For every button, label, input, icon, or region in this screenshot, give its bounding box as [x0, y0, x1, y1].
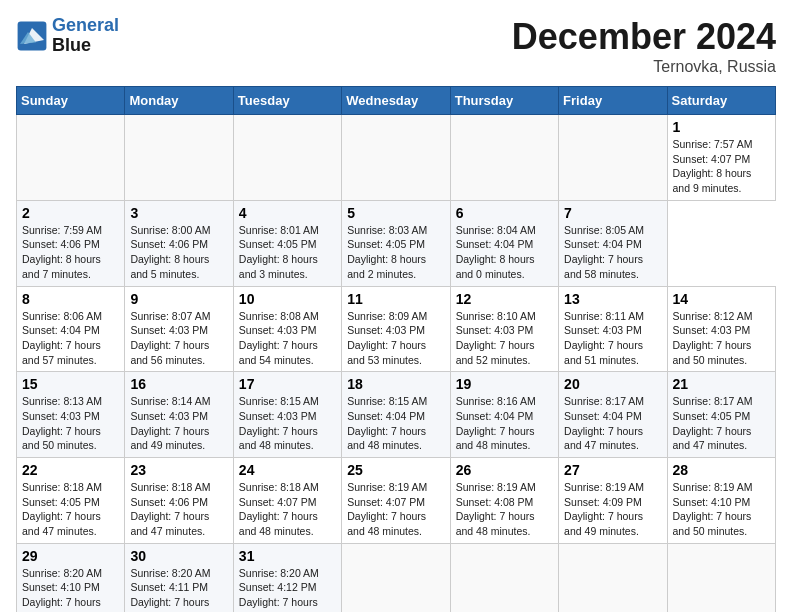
table-row — [450, 543, 558, 612]
day-number: 30 — [130, 548, 227, 564]
day-info: Sunrise: 8:20 AM Sunset: 4:10 PM Dayligh… — [22, 566, 119, 612]
table-row: 16 Sunrise: 8:14 AM Sunset: 4:03 PM Dayl… — [125, 372, 233, 458]
day-info: Sunrise: 8:14 AM Sunset: 4:03 PM Dayligh… — [130, 394, 227, 453]
day-number: 16 — [130, 376, 227, 392]
table-row: 22 Sunrise: 8:18 AM Sunset: 4:05 PM Dayl… — [17, 458, 125, 544]
day-number: 13 — [564, 291, 661, 307]
table-row: 29 Sunrise: 8:20 AM Sunset: 4:10 PM Dayl… — [17, 543, 125, 612]
table-row: 11 Sunrise: 8:09 AM Sunset: 4:03 PM Dayl… — [342, 286, 450, 372]
table-row: 20 Sunrise: 8:17 AM Sunset: 4:04 PM Dayl… — [559, 372, 667, 458]
table-row: 13 Sunrise: 8:11 AM Sunset: 4:03 PM Dayl… — [559, 286, 667, 372]
table-row — [17, 115, 125, 201]
day-number: 17 — [239, 376, 336, 392]
table-row — [125, 115, 233, 201]
calendar-week-2: 8 Sunrise: 8:06 AM Sunset: 4:04 PM Dayli… — [17, 286, 776, 372]
day-number: 19 — [456, 376, 553, 392]
table-row: 27 Sunrise: 8:19 AM Sunset: 4:09 PM Dayl… — [559, 458, 667, 544]
day-info: Sunrise: 8:00 AM Sunset: 4:06 PM Dayligh… — [130, 223, 227, 282]
day-number: 28 — [673, 462, 770, 478]
table-row: 2 Sunrise: 7:59 AM Sunset: 4:06 PM Dayli… — [17, 200, 125, 286]
table-row: 25 Sunrise: 8:19 AM Sunset: 4:07 PM Dayl… — [342, 458, 450, 544]
day-number: 14 — [673, 291, 770, 307]
table-row: 14 Sunrise: 8:12 AM Sunset: 4:03 PM Dayl… — [667, 286, 775, 372]
calendar-week-3: 15 Sunrise: 8:13 AM Sunset: 4:03 PM Dayl… — [17, 372, 776, 458]
day-info: Sunrise: 8:15 AM Sunset: 4:03 PM Dayligh… — [239, 394, 336, 453]
day-number: 24 — [239, 462, 336, 478]
day-info: Sunrise: 8:20 AM Sunset: 4:11 PM Dayligh… — [130, 566, 227, 612]
day-number: 15 — [22, 376, 119, 392]
table-row — [450, 115, 558, 201]
day-info: Sunrise: 8:05 AM Sunset: 4:04 PM Dayligh… — [564, 223, 661, 282]
logo-text: General Blue — [52, 16, 119, 56]
col-monday: Monday — [125, 87, 233, 115]
day-info: Sunrise: 8:19 AM Sunset: 4:09 PM Dayligh… — [564, 480, 661, 539]
table-row — [559, 115, 667, 201]
day-info: Sunrise: 8:11 AM Sunset: 4:03 PM Dayligh… — [564, 309, 661, 368]
table-row: 4 Sunrise: 8:01 AM Sunset: 4:05 PM Dayli… — [233, 200, 341, 286]
day-number: 4 — [239, 205, 336, 221]
day-number: 11 — [347, 291, 444, 307]
day-number: 5 — [347, 205, 444, 221]
day-number: 21 — [673, 376, 770, 392]
day-info: Sunrise: 7:59 AM Sunset: 4:06 PM Dayligh… — [22, 223, 119, 282]
day-number: 7 — [564, 205, 661, 221]
table-row: 17 Sunrise: 8:15 AM Sunset: 4:03 PM Dayl… — [233, 372, 341, 458]
day-info: Sunrise: 8:19 AM Sunset: 4:10 PM Dayligh… — [673, 480, 770, 539]
day-info: Sunrise: 8:04 AM Sunset: 4:04 PM Dayligh… — [456, 223, 553, 282]
table-row: 1 Sunrise: 7:57 AM Sunset: 4:07 PM Dayli… — [667, 115, 775, 201]
logo-line2: Blue — [52, 36, 119, 56]
day-number: 29 — [22, 548, 119, 564]
day-info: Sunrise: 7:57 AM Sunset: 4:07 PM Dayligh… — [673, 137, 770, 196]
day-number: 22 — [22, 462, 119, 478]
table-row: 12 Sunrise: 8:10 AM Sunset: 4:03 PM Dayl… — [450, 286, 558, 372]
table-row: 8 Sunrise: 8:06 AM Sunset: 4:04 PM Dayli… — [17, 286, 125, 372]
table-row — [559, 543, 667, 612]
day-number: 9 — [130, 291, 227, 307]
table-row: 23 Sunrise: 8:18 AM Sunset: 4:06 PM Dayl… — [125, 458, 233, 544]
table-row: 7 Sunrise: 8:05 AM Sunset: 4:04 PM Dayli… — [559, 200, 667, 286]
day-number: 1 — [673, 119, 770, 135]
day-info: Sunrise: 8:09 AM Sunset: 4:03 PM Dayligh… — [347, 309, 444, 368]
table-row: 15 Sunrise: 8:13 AM Sunset: 4:03 PM Dayl… — [17, 372, 125, 458]
table-row: 31 Sunrise: 8:20 AM Sunset: 4:12 PM Dayl… — [233, 543, 341, 612]
table-row: 5 Sunrise: 8:03 AM Sunset: 4:05 PM Dayli… — [342, 200, 450, 286]
day-info: Sunrise: 8:18 AM Sunset: 4:07 PM Dayligh… — [239, 480, 336, 539]
day-info: Sunrise: 8:15 AM Sunset: 4:04 PM Dayligh… — [347, 394, 444, 453]
table-row: 30 Sunrise: 8:20 AM Sunset: 4:11 PM Dayl… — [125, 543, 233, 612]
table-row: 26 Sunrise: 8:19 AM Sunset: 4:08 PM Dayl… — [450, 458, 558, 544]
day-info: Sunrise: 8:17 AM Sunset: 4:04 PM Dayligh… — [564, 394, 661, 453]
day-info: Sunrise: 8:07 AM Sunset: 4:03 PM Dayligh… — [130, 309, 227, 368]
day-info: Sunrise: 8:01 AM Sunset: 4:05 PM Dayligh… — [239, 223, 336, 282]
table-row: 21 Sunrise: 8:17 AM Sunset: 4:05 PM Dayl… — [667, 372, 775, 458]
day-info: Sunrise: 8:19 AM Sunset: 4:07 PM Dayligh… — [347, 480, 444, 539]
day-info: Sunrise: 8:08 AM Sunset: 4:03 PM Dayligh… — [239, 309, 336, 368]
title-area: December 2024 Ternovka, Russia — [512, 16, 776, 76]
table-row: 24 Sunrise: 8:18 AM Sunset: 4:07 PM Dayl… — [233, 458, 341, 544]
day-number: 25 — [347, 462, 444, 478]
day-info: Sunrise: 8:03 AM Sunset: 4:05 PM Dayligh… — [347, 223, 444, 282]
day-number: 3 — [130, 205, 227, 221]
table-row — [667, 543, 775, 612]
day-info: Sunrise: 8:10 AM Sunset: 4:03 PM Dayligh… — [456, 309, 553, 368]
table-row: 3 Sunrise: 8:00 AM Sunset: 4:06 PM Dayli… — [125, 200, 233, 286]
header-row: Sunday Monday Tuesday Wednesday Thursday… — [17, 87, 776, 115]
location: Ternovka, Russia — [512, 58, 776, 76]
day-info: Sunrise: 8:17 AM Sunset: 4:05 PM Dayligh… — [673, 394, 770, 453]
day-number: 18 — [347, 376, 444, 392]
day-number: 26 — [456, 462, 553, 478]
day-info: Sunrise: 8:18 AM Sunset: 4:05 PM Dayligh… — [22, 480, 119, 539]
table-row: 18 Sunrise: 8:15 AM Sunset: 4:04 PM Dayl… — [342, 372, 450, 458]
header: General Blue December 2024 Ternovka, Rus… — [16, 16, 776, 76]
logo: General Blue — [16, 16, 119, 56]
day-number: 27 — [564, 462, 661, 478]
logo-line1: General — [52, 15, 119, 35]
col-sunday: Sunday — [17, 87, 125, 115]
table-row: 6 Sunrise: 8:04 AM Sunset: 4:04 PM Dayli… — [450, 200, 558, 286]
calendar-week-4: 22 Sunrise: 8:18 AM Sunset: 4:05 PM Dayl… — [17, 458, 776, 544]
day-number: 8 — [22, 291, 119, 307]
col-thursday: Thursday — [450, 87, 558, 115]
day-info: Sunrise: 8:18 AM Sunset: 4:06 PM Dayligh… — [130, 480, 227, 539]
day-number: 31 — [239, 548, 336, 564]
day-number: 20 — [564, 376, 661, 392]
month-title: December 2024 — [512, 16, 776, 58]
